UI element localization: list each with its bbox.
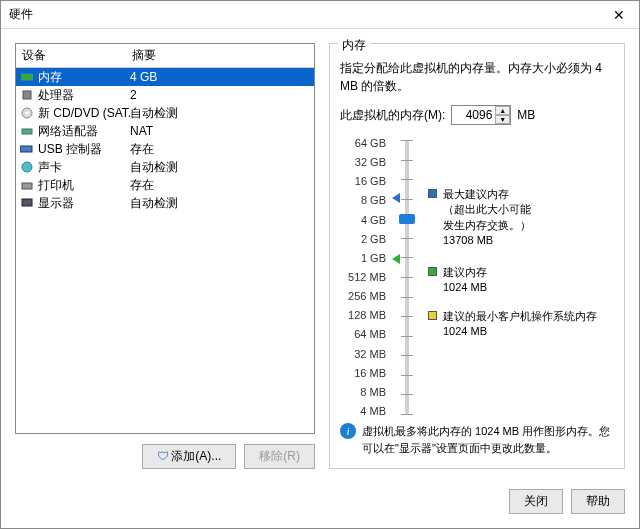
hw-label: 内存: [38, 69, 130, 86]
hardware-row-usb[interactable]: USB 控制器存在: [16, 140, 314, 158]
legend-max-value: 13708 MB: [443, 233, 531, 248]
hardware-row-network[interactable]: 网络适配器NAT: [16, 122, 314, 140]
hw-label: 显示器: [38, 195, 130, 212]
svg-point-3: [26, 112, 29, 115]
hw-label: 新 CD/DVD (SAT...: [38, 105, 130, 122]
legend-rec-value: 1024 MB: [443, 280, 487, 295]
tick-mark: [401, 414, 413, 415]
spin-up-icon[interactable]: ▲: [495, 106, 510, 115]
tick-label: 2 GB: [340, 233, 386, 245]
hw-summary: 存在: [130, 141, 310, 158]
hardware-row-printer[interactable]: 打印机存在: [16, 176, 314, 194]
tick-mark: [401, 140, 413, 141]
tick-label: 32 GB: [340, 156, 386, 168]
tick-label: 4 MB: [340, 405, 386, 417]
tick-mark: [401, 238, 413, 239]
legend-min-value: 1024 MB: [443, 324, 597, 339]
tick-mark: [401, 199, 413, 200]
hardware-row-memory[interactable]: 内存4 GB: [16, 68, 314, 86]
network-icon: [20, 124, 34, 138]
tick-mark: [401, 179, 413, 180]
hardware-list-header: 设备 摘要: [16, 44, 314, 68]
spinner-buttons[interactable]: ▲▼: [495, 106, 510, 124]
legend-max-label: 最大建议内存: [443, 187, 531, 202]
titlebar: 硬件 ✕: [1, 1, 639, 29]
usb-icon: [20, 142, 34, 156]
tick-label: 1 GB: [340, 252, 386, 264]
slider-thumb[interactable]: [399, 214, 415, 224]
shield-icon: 🛡: [157, 449, 169, 463]
tick-mark: [401, 336, 413, 337]
close-icon[interactable]: ✕: [599, 1, 639, 28]
slider-tick-labels: 64 GB32 GB16 GB8 GB4 GB2 GB1 GB512 MB256…: [340, 137, 386, 417]
memory-description: 指定分配给此虚拟机的内存量。内存大小必须为 4 MB 的倍数。: [340, 59, 614, 95]
hw-label: 打印机: [38, 177, 130, 194]
tick-label: 32 MB: [340, 348, 386, 360]
hw-label: USB 控制器: [38, 141, 130, 158]
tick-label: 16 GB: [340, 175, 386, 187]
memory-panel: 内存 指定分配给此虚拟机的内存量。内存大小必须为 4 MB 的倍数。 此虚拟机的…: [329, 43, 625, 479]
svg-rect-5: [20, 146, 32, 152]
cd-icon: [20, 106, 34, 120]
tick-mark: [401, 355, 413, 356]
hardware-buttons: 🛡添加(A)... 移除(R): [15, 434, 315, 479]
tick-label: 64 GB: [340, 137, 386, 149]
memory-fieldset: 内存 指定分配给此虚拟机的内存量。内存大小必须为 4 MB 的倍数。 此虚拟机的…: [329, 43, 625, 469]
hardware-row-sound[interactable]: 声卡自动检测: [16, 158, 314, 176]
printer-icon: [20, 178, 34, 192]
tick-mark: [401, 160, 413, 161]
legend-rec-label: 建议内存: [443, 265, 487, 280]
tick-mark: [401, 394, 413, 395]
square-green-icon: [428, 267, 437, 276]
spin-down-icon[interactable]: ▼: [495, 115, 510, 124]
memory-info: i 虚拟机最多将此内存的 1024 MB 用作图形内存。您可以在"显示器"设置页…: [340, 417, 614, 456]
hw-summary: 4 GB: [130, 70, 310, 84]
hw-summary: 2: [130, 88, 310, 102]
hardware-row-cd[interactable]: 新 CD/DVD (SAT...自动检测: [16, 104, 314, 122]
help-button[interactable]: 帮助: [571, 489, 625, 514]
memory-spinner[interactable]: ▲▼: [451, 105, 511, 125]
hw-summary: NAT: [130, 124, 310, 138]
add-button[interactable]: 🛡添加(A)...: [142, 444, 236, 469]
tick-label: 64 MB: [340, 328, 386, 340]
dialog-footer: 关闭 帮助: [1, 479, 639, 528]
svg-rect-4: [22, 129, 32, 134]
marker-max-icon: [392, 193, 400, 203]
sound-icon: [20, 160, 34, 174]
memory-legend: 内存: [338, 37, 370, 54]
memory-slider-area: 64 GB32 GB16 GB8 GB4 GB2 GB1 GB512 MB256…: [340, 137, 614, 417]
close-button[interactable]: 关闭: [509, 489, 563, 514]
legend-max-note2: 发生内存交换。）: [443, 218, 531, 233]
col-summary[interactable]: 摘要: [126, 44, 314, 67]
hw-label: 网络适配器: [38, 123, 130, 140]
legend-min: 建议的最小客户机操作系统内存 1024 MB: [428, 309, 597, 340]
hw-summary: 自动检测: [130, 105, 310, 122]
remove-button-label: 移除(R): [259, 449, 300, 463]
hw-summary: 自动检测: [130, 195, 310, 212]
legend-min-label: 建议的最小客户机操作系统内存: [443, 309, 597, 324]
legend-max: 最大建议内存 （超出此大小可能 发生内存交换。） 13708 MB: [428, 187, 531, 249]
col-device[interactable]: 设备: [16, 44, 126, 67]
square-blue-icon: [428, 189, 437, 198]
svg-rect-8: [22, 199, 32, 206]
tick-label: 4 GB: [340, 214, 386, 226]
tick-label: 16 MB: [340, 367, 386, 379]
hw-label: 声卡: [38, 159, 130, 176]
hw-summary: 自动检测: [130, 159, 310, 176]
legend-rec: 建议内存 1024 MB: [428, 265, 487, 296]
tick-label: 128 MB: [340, 309, 386, 321]
hardware-row-display[interactable]: 显示器自动检测: [16, 194, 314, 212]
memory-icon: [20, 70, 34, 84]
memory-markers-legend: 最大建议内存 （超出此大小可能 发生内存交换。） 13708 MB 建议内存 1…: [428, 137, 614, 417]
svg-point-6: [22, 162, 32, 172]
tick-mark: [401, 257, 413, 258]
tick-label: 512 MB: [340, 271, 386, 283]
svg-rect-7: [22, 183, 32, 189]
memory-info-text: 虚拟机最多将此内存的 1024 MB 用作图形内存。您可以在"显示器"设置页面中…: [362, 423, 614, 456]
tick-mark: [401, 375, 413, 376]
memory-slider[interactable]: [394, 137, 420, 417]
tick-label: 256 MB: [340, 290, 386, 302]
tick-mark: [401, 277, 413, 278]
hardware-row-cpu[interactable]: 处理器2: [16, 86, 314, 104]
tick-mark: [401, 316, 413, 317]
